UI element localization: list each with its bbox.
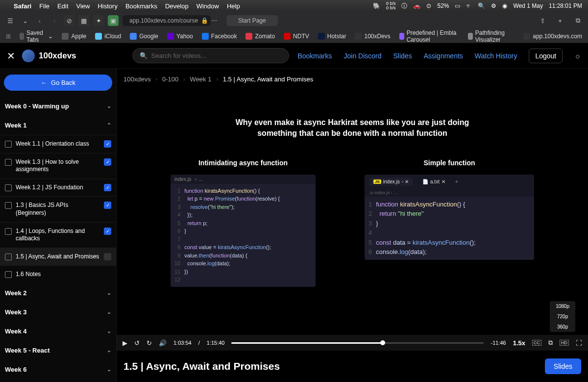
play-icon[interactable]: ⊙ bbox=[426, 2, 431, 9]
fav-app100x[interactable]: app.100xdevs.com bbox=[523, 33, 582, 40]
sidebar-toggle-icon[interactable]: ☰ bbox=[5, 15, 16, 26]
info-icon[interactable]: ⓘ bbox=[401, 2, 407, 10]
menu-view[interactable]: View bbox=[76, 2, 90, 10]
slides-button[interactable]: Slides bbox=[545, 358, 581, 374]
quality-360p[interactable]: 360p bbox=[550, 322, 575, 332]
ext1-icon[interactable]: ⊘ bbox=[64, 15, 74, 26]
tabs-icon[interactable]: ⧉ bbox=[572, 15, 583, 26]
ext3-icon[interactable]: ✦ bbox=[93, 15, 104, 26]
siri-icon[interactable]: ◉ bbox=[502, 2, 507, 9]
crumb-root[interactable]: 100xdevs bbox=[123, 76, 151, 83]
lesson-1-2[interactable]: Week 1.2 | JS Foundation✓ bbox=[0, 178, 116, 197]
menu-develop[interactable]: Develop bbox=[165, 2, 189, 10]
menu-bookmarks[interactable]: Bookmarks bbox=[125, 2, 157, 10]
nav-assignments[interactable]: Assignments bbox=[424, 52, 463, 60]
week-1-header[interactable]: Week 1⌃ bbox=[0, 116, 116, 135]
week-6-header[interactable]: Week 6⌄ bbox=[0, 360, 116, 379]
fav-yahoo[interactable]: Yahoo bbox=[167, 33, 193, 40]
check-icon: ✓ bbox=[104, 140, 111, 148]
fav-ndtv[interactable]: NDTV bbox=[284, 33, 309, 40]
logout-button[interactable]: Logout bbox=[529, 49, 563, 63]
crumb-course[interactable]: 0-100 bbox=[162, 76, 178, 83]
more-icon[interactable]: ⋯ bbox=[211, 17, 217, 24]
nav-history[interactable]: Watch History bbox=[475, 52, 517, 60]
nav-slides[interactable]: Slides bbox=[393, 52, 412, 60]
menu-edit[interactable]: Edit bbox=[57, 2, 68, 10]
fullscreen-icon[interactable]: ⛶ bbox=[576, 339, 582, 347]
progress-bar[interactable] bbox=[231, 342, 484, 344]
search-icon[interactable]: 🔍 bbox=[478, 2, 485, 9]
fav-icloud[interactable]: iCloud bbox=[95, 33, 121, 40]
lesson-1-6[interactable]: 1.6 Notes bbox=[0, 265, 116, 283]
ext2-icon[interactable]: ▦ bbox=[78, 15, 89, 26]
fav-embla[interactable]: Predefined | Embla Carousel bbox=[399, 29, 459, 43]
new-tab-icon[interactable]: + bbox=[555, 15, 565, 26]
app-name[interactable]: Safari bbox=[14, 2, 31, 10]
chevron-down-icon[interactable]: ⌄ bbox=[20, 15, 30, 26]
quality-720p[interactable]: 720p bbox=[550, 311, 575, 322]
fav-google[interactable]: Google bbox=[130, 33, 158, 40]
grid-icon[interactable]: ⊞ bbox=[6, 33, 11, 40]
time[interactable]: 11:28:01 PM bbox=[549, 2, 582, 9]
back-icon[interactable]: ‹ bbox=[34, 15, 45, 26]
left-code-label: Intimidating async function bbox=[198, 159, 288, 167]
wifi-icon[interactable]: ᯤ bbox=[466, 2, 472, 9]
menu-history[interactable]: History bbox=[98, 2, 117, 10]
week-4-header[interactable]: Week 4⌄ bbox=[0, 322, 116, 341]
menu-window[interactable]: Window bbox=[196, 2, 219, 10]
theme-toggle-icon[interactable]: ☼ bbox=[574, 51, 581, 60]
rewind-icon[interactable]: ↺ bbox=[134, 339, 140, 347]
fav-zomato[interactable]: Zomato bbox=[245, 33, 275, 40]
video-player[interactable]: Why even make it async Harkirat seems li… bbox=[117, 88, 588, 351]
go-back-button[interactable]: ← Go Back bbox=[4, 75, 112, 91]
start-page-tab[interactable]: Start Page bbox=[226, 15, 278, 26]
code-editor-right: JSindex.js ▫ ✕📄 a.txt ✕+ JS index.js › …… bbox=[365, 175, 534, 260]
lesson-1-5[interactable]: 1.5 | Async, Await and Promises bbox=[0, 248, 116, 266]
week-2-header[interactable]: Week 2⌄ bbox=[0, 283, 116, 303]
nav-bookmarks[interactable]: Bookmarks bbox=[297, 52, 332, 60]
week-5-header[interactable]: Week 5 - React⌄ bbox=[0, 341, 116, 360]
evernote-icon[interactable]: 🐘 bbox=[373, 2, 380, 9]
close-icon[interactable]: ✕ bbox=[7, 50, 15, 62]
fav-hotstar[interactable]: Hotstar bbox=[318, 33, 346, 40]
forward-icon[interactable]: ↻ bbox=[147, 339, 152, 347]
lesson-1-3[interactable]: Week 1.3 | How to solve assignments✓ bbox=[0, 153, 116, 178]
lesson-1-1[interactable]: Week 1.1 | Orientation class✓ bbox=[0, 135, 116, 153]
play-icon[interactable]: ▶ bbox=[122, 339, 127, 347]
url-bar[interactable]: app.100xdevs.com/course 🔒 ⋯ bbox=[122, 15, 211, 26]
search-icon: 🔍 bbox=[140, 52, 147, 59]
menu-help[interactable]: Help bbox=[227, 2, 240, 10]
volume-icon[interactable]: 🔊 bbox=[159, 339, 167, 347]
lesson-1-4[interactable]: 1.4 | Loops, Functions and callbacks✓ bbox=[0, 222, 116, 248]
forward-icon[interactable]: › bbox=[49, 15, 60, 26]
week-0-header[interactable]: Week 0 - Warming up⌄ bbox=[0, 97, 116, 116]
fav-facebook[interactable]: Facebook bbox=[202, 33, 237, 40]
current-time: 1:03:54 bbox=[173, 340, 192, 346]
pip-icon[interactable]: ⧉ bbox=[548, 339, 553, 347]
lesson-1-3b[interactable]: 1.3 | Basics JS APIs (Beginners)✓ bbox=[0, 196, 116, 222]
caption-icon[interactable]: CC bbox=[532, 340, 541, 346]
fav-apple[interactable]: Apple bbox=[62, 33, 86, 40]
control-center-icon[interactable]: ⚙ bbox=[491, 2, 496, 9]
speed[interactable]: 1.5x bbox=[513, 339, 525, 347]
quality-1080p[interactable]: 1080p bbox=[550, 301, 575, 311]
ext4-icon[interactable]: ▣ bbox=[108, 15, 119, 26]
crumb-week[interactable]: Week 1 bbox=[190, 76, 212, 83]
fav-saved-tabs[interactable]: Saved Tabs ⌄ bbox=[20, 29, 53, 43]
video-icon bbox=[5, 159, 12, 166]
hd-icon[interactable]: HD bbox=[560, 340, 569, 346]
date[interactable]: Wed 1 May bbox=[513, 2, 542, 9]
menu-file[interactable]: File bbox=[39, 2, 49, 10]
search-input[interactable]: 🔍 Search for videos... bbox=[132, 48, 289, 63]
brand-logo[interactable]: 100xdevs bbox=[22, 50, 76, 62]
total-time: 1:15:40 bbox=[207, 340, 225, 346]
car-icon[interactable]: 🚗 bbox=[413, 2, 420, 9]
page-title: 1.5 | Async, Await and Promises bbox=[123, 360, 280, 372]
chevron-down-icon: ⌄ bbox=[107, 290, 111, 296]
nav-discord[interactable]: Join Discord bbox=[343, 52, 381, 60]
fav-100xdevs[interactable]: 100xDevs bbox=[355, 33, 390, 40]
share-icon[interactable]: ⇧ bbox=[537, 15, 548, 26]
week-3-header[interactable]: Week 3⌄ bbox=[0, 303, 116, 322]
fav-pathfinding[interactable]: Pathfinding Visualizer bbox=[468, 29, 514, 43]
avatar bbox=[22, 50, 35, 62]
